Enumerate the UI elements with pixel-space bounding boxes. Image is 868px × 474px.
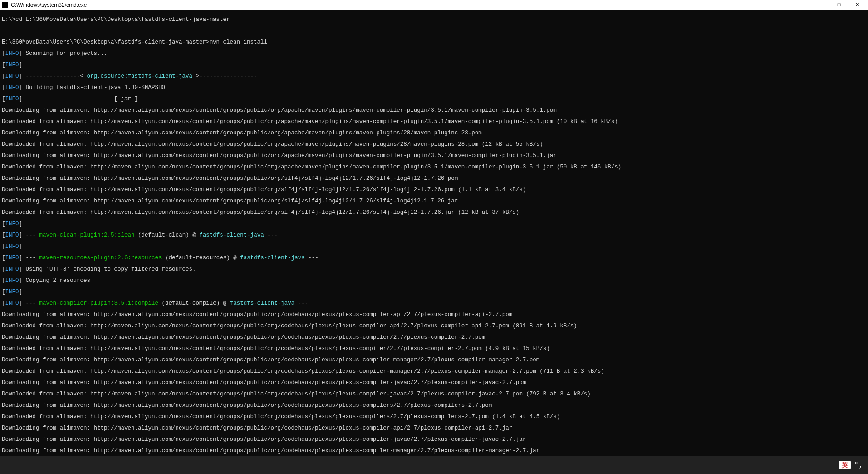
download-line: Downloading from alimaven: http://maven.… xyxy=(2,357,866,363)
download-line: Downloaded from alimaven: http://maven.a… xyxy=(2,164,866,170)
download-line: Downloaded from alimaven: http://maven.a… xyxy=(2,210,866,216)
ime-punct-icon[interactable]: °, xyxy=(853,461,863,469)
window-controls: — □ ✕ xyxy=(812,0,866,10)
download-line: Downloading from alimaven: http://maven.… xyxy=(2,312,866,318)
ime-indicator[interactable]: 英 xyxy=(839,461,851,469)
download-line: Downloaded from alimaven: http://maven.a… xyxy=(2,369,866,375)
download-line: Downloaded from alimaven: http://maven.a… xyxy=(2,323,866,329)
download-line: Downloading from alimaven: http://maven.… xyxy=(2,403,866,409)
taskbar: 英 °, xyxy=(0,456,868,474)
download-line: Downloading from alimaven: http://maven.… xyxy=(2,425,866,431)
command-line: E:\>cd E:\360MoveData\Users\PC\Desktop\a… xyxy=(2,17,866,23)
download-line: Downloaded from alimaven: http://maven.a… xyxy=(2,119,866,125)
download-line: Downloading from alimaven: http://maven.… xyxy=(2,380,866,386)
download-line: Downloaded from alimaven: http://maven.a… xyxy=(2,391,866,397)
cmd-icon xyxy=(2,2,8,8)
download-line: Downloading from alimaven: http://maven.… xyxy=(2,153,866,159)
window-titlebar: C:\Windows\system32\cmd.exe — □ ✕ xyxy=(0,0,868,10)
download-line: Downloaded from alimaven: http://maven.a… xyxy=(2,187,866,193)
prompt-path: E:\360MoveData\Users\PC\Desktop\a\fastdf… xyxy=(2,39,210,45)
maximize-button[interactable]: □ xyxy=(830,0,848,10)
download-line: Downloaded from alimaven: http://maven.a… xyxy=(2,346,866,352)
download-line: Downloading from alimaven: http://maven.… xyxy=(2,108,866,114)
window-title: C:\Windows\system32\cmd.exe xyxy=(11,2,812,8)
download-line: Downloading from alimaven: http://maven.… xyxy=(2,198,866,204)
terminal-output[interactable]: E:\>cd E:\360MoveData\Users\PC\Desktop\a… xyxy=(0,10,868,474)
download-line: Downloading from alimaven: http://maven.… xyxy=(2,437,866,443)
download-line: Downloading from alimaven: http://maven.… xyxy=(2,130,866,136)
close-button[interactable]: ✕ xyxy=(848,0,866,10)
download-line: Downloaded from alimaven: http://maven.a… xyxy=(2,414,866,420)
download-line: Downloading from alimaven: http://maven.… xyxy=(2,176,866,182)
command-text: mvn clean install xyxy=(210,39,268,45)
download-line: Downloaded from alimaven: http://maven.a… xyxy=(2,142,866,148)
download-line: Downloading from alimaven: http://maven.… xyxy=(2,335,866,341)
download-line: Downloading from alimaven: http://maven.… xyxy=(2,448,866,454)
minimize-button[interactable]: — xyxy=(812,0,830,10)
